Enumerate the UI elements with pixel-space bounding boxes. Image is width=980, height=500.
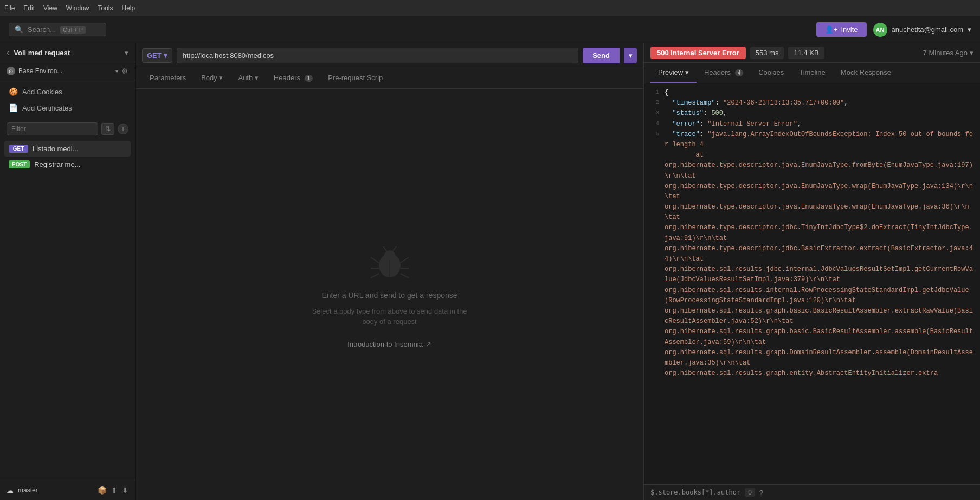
- main-layout: ‹ Voll med request ▾ ⊙ Base Environ... ▾…: [0, 43, 980, 500]
- response-trace-line: org.hibernate.type.descriptor.java.EnumJ…: [644, 202, 980, 223]
- method-dropdown-icon: ▾: [164, 51, 167, 60]
- request-panel: GET ▾ Send ▾ Parameters Body ▾ Auth ▾ He…: [136, 43, 644, 500]
- gear-icon[interactable]: ⚙: [121, 67, 128, 75]
- request-name-1: Registrar me...: [34, 160, 126, 168]
- response-trace-line: org.hibernate.type.descriptor.jdbc.TinyI…: [644, 223, 980, 243]
- request-item-0[interactable]: GET Listado medi...: [4, 141, 131, 157]
- svg-line-3: [371, 257, 379, 263]
- response-footer: $.store.books[*].author 0 ?: [644, 484, 980, 500]
- response-line: 3 "status": 500,: [644, 108, 980, 119]
- back-button[interactable]: ‹: [7, 48, 9, 57]
- user-menu[interactable]: AN anuchetita@gmail.com ▾: [873, 23, 971, 37]
- tab-auth[interactable]: Auth ▾: [230, 68, 266, 88]
- send-arrow-button[interactable]: ▾: [624, 48, 637, 63]
- response-body: 1{2 "timestamp": "2024-06-23T13:13:35.71…: [644, 83, 980, 484]
- request-body: Enter a URL and send to get a response S…: [136, 89, 643, 500]
- response-panel: 500 Internal Server Error 553 ms 11.4 KB…: [644, 43, 980, 500]
- filter-sort-button[interactable]: ⇅: [101, 123, 114, 135]
- branch-name: master: [18, 486, 93, 494]
- menu-edit[interactable]: Edit: [23, 4, 35, 12]
- response-tabs: Preview ▾ Headers 4 Cookies Timeline Moc…: [644, 63, 980, 83]
- package-icon[interactable]: 📦: [98, 486, 107, 495]
- response-trace-line: org.hibernate.sql.results.graph.entity.A…: [644, 368, 980, 379]
- invite-label: Invite: [841, 25, 858, 34]
- download-icon[interactable]: ⬇: [122, 486, 128, 495]
- env-row: ⊙ Base Environ... ▾ ⚙: [0, 62, 135, 80]
- top-bar: 🔍 Search... Ctrl + P 👤+ Invite AN anuche…: [0, 16, 980, 43]
- tab-res-headers[interactable]: Headers 4: [697, 63, 751, 83]
- menu-window[interactable]: Window: [66, 4, 89, 12]
- time-ago[interactable]: 7 Minutes Ago ▾: [923, 49, 973, 57]
- bug-icon: [368, 241, 411, 284]
- count-badge: 0: [745, 488, 755, 497]
- branch-cloud-icon: ☁: [7, 486, 14, 495]
- method-badge-get: GET: [9, 145, 28, 153]
- upload-icon[interactable]: ⬆: [111, 486, 118, 495]
- body-dropdown-icon: ▾: [219, 74, 223, 82]
- menu-file[interactable]: File: [4, 4, 15, 12]
- response-line: 4 "error": "Internal Server Error",: [644, 119, 980, 129]
- response-trace-line: org.hibernate.sql.results.internal.RowPr…: [644, 285, 980, 306]
- insomnia-link[interactable]: Introduction to Insomnia ↗: [347, 340, 431, 348]
- method-select[interactable]: GET ▾: [142, 48, 172, 63]
- send-button[interactable]: Send: [583, 48, 620, 63]
- search-box[interactable]: 🔍 Search... Ctrl + P: [9, 23, 106, 36]
- insomnia-link-text: Introduction to Insomnia: [347, 340, 423, 348]
- tab-timeline[interactable]: Timeline: [791, 63, 833, 83]
- tab-preview[interactable]: Preview ▾: [650, 63, 697, 83]
- time-ago-text: 7 Minutes Ago: [923, 49, 968, 57]
- response-trace-line: org.hibernate.type.descriptor.java.EnumJ…: [644, 181, 980, 202]
- avatar: AN: [873, 23, 887, 37]
- response-trace-line: org.hibernate.type.descriptor.jdbc.Basic…: [644, 244, 980, 264]
- add-certificates-button[interactable]: 📄 Add Certificates: [7, 101, 128, 115]
- svg-line-5: [371, 274, 379, 278]
- add-certificates-label: Add Certificates: [22, 104, 72, 112]
- response-bar: 500 Internal Server Error 553 ms 11.4 KB…: [644, 43, 980, 63]
- env-label[interactable]: Base Environ...: [18, 67, 112, 75]
- response-time: 553 ms: [750, 47, 784, 59]
- filter-row: ⇅ +: [0, 119, 135, 139]
- search-placeholder: Search...: [28, 25, 56, 34]
- response-size: 11.4 KB: [788, 47, 824, 59]
- invite-icon: 👤+: [825, 25, 838, 34]
- url-input[interactable]: [177, 48, 578, 63]
- body-hint2: Select a body type from above to send da…: [308, 306, 471, 327]
- user-arrow-icon: ▾: [968, 25, 971, 34]
- status-text-label: Internal Server Error: [670, 49, 739, 57]
- headers-badge: 1: [305, 75, 313, 82]
- add-request-button[interactable]: +: [118, 124, 128, 134]
- menu-view[interactable]: View: [43, 4, 57, 12]
- tab-parameters[interactable]: Parameters: [142, 68, 194, 88]
- env-arrow-icon: ▾: [115, 68, 118, 74]
- request-bar: GET ▾ Send ▾: [136, 43, 643, 68]
- svg-line-9: [383, 246, 386, 251]
- add-cookies-button[interactable]: 🍪 Add Cookies: [7, 85, 128, 99]
- help-icon[interactable]: ?: [759, 489, 763, 497]
- tab-cookies[interactable]: Cookies: [751, 63, 791, 83]
- sidebar: ‹ Voll med request ▾ ⊙ Base Environ... ▾…: [0, 43, 136, 500]
- menu-help[interactable]: Help: [122, 4, 136, 12]
- top-bar-right: 👤+ Invite AN anuchetita@gmail.com ▾: [816, 22, 971, 37]
- svg-line-6: [401, 257, 409, 263]
- invite-button[interactable]: 👤+ Invite: [816, 22, 867, 37]
- tab-body[interactable]: Body ▾: [194, 68, 230, 88]
- tab-headers[interactable]: Headers 1: [266, 68, 320, 88]
- response-trace-line: org.hibernate.sql.results.graph.basic.Ba…: [644, 327, 980, 347]
- request-name-0: Listado medi...: [33, 145, 126, 153]
- method-label: GET: [147, 51, 162, 60]
- filter-input[interactable]: [7, 122, 98, 135]
- tab-pre-request[interactable]: Pre-request Scrip: [320, 68, 390, 88]
- footer-icons: 📦 ⬆ ⬇: [98, 486, 128, 495]
- svg-line-10: [393, 246, 396, 251]
- certificates-icon: 📄: [9, 103, 18, 112]
- sidebar-actions: 🍪 Add Cookies 📄 Add Certificates: [0, 80, 135, 119]
- svg-point-1: [384, 250, 395, 260]
- response-trace-line: org.hibernate.sql.results.graph.basic.Ba…: [644, 306, 980, 327]
- collection-dropdown-icon[interactable]: ▾: [125, 49, 128, 57]
- sidebar-header: ‹ Voll med request ▾: [0, 43, 135, 62]
- menu-tools[interactable]: Tools: [98, 4, 113, 12]
- request-tabs: Parameters Body ▾ Auth ▾ Headers 1 Pre-r…: [136, 68, 643, 89]
- preview-arrow-icon: ▾: [685, 68, 689, 76]
- tab-mock-response[interactable]: Mock Response: [833, 63, 899, 83]
- request-item-1[interactable]: POST Registrar me...: [4, 157, 131, 172]
